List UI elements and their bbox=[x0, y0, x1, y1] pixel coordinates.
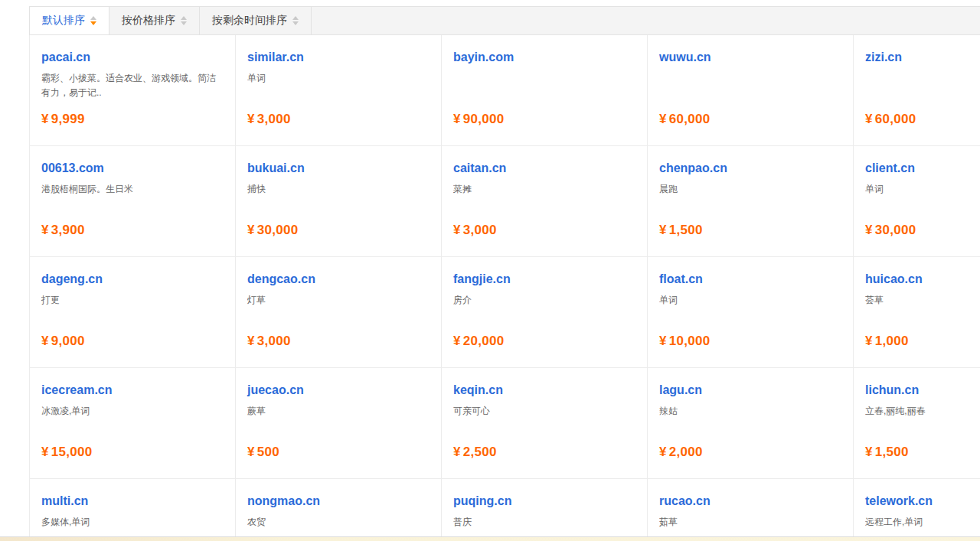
domain-link[interactable]: juecao.cn bbox=[247, 383, 430, 397]
domain-price: ¥2,500 bbox=[453, 445, 497, 460]
tab-time-left-sort-label: 按剩余时间排序 bbox=[212, 14, 287, 28]
yen-symbol: ¥ bbox=[865, 223, 873, 237]
domain-card: bayin.com ¥90,000 bbox=[442, 35, 648, 146]
yen-symbol: ¥ bbox=[865, 112, 873, 126]
domain-link[interactable]: fangjie.cn bbox=[453, 272, 636, 286]
price-amount: 3,000 bbox=[257, 334, 291, 348]
domain-link[interactable]: telework.cn bbox=[865, 494, 980, 508]
domain-price: ¥3,000 bbox=[453, 223, 497, 238]
domain-card: keqin.cn 可亲可心 ¥2,500 bbox=[442, 368, 648, 479]
domain-link[interactable]: nongmao.cn bbox=[247, 494, 430, 508]
domain-price: ¥90,000 bbox=[453, 112, 505, 127]
tab-time-left-sort[interactable]: 按剩余时间排序 bbox=[200, 7, 312, 34]
domain-description: 立春,丽纯,丽春 bbox=[865, 404, 980, 419]
domain-link[interactable]: chenpao.cn bbox=[659, 161, 842, 175]
sort-arrows-icon bbox=[90, 16, 96, 25]
tab-default-sort[interactable]: 默认排序 bbox=[30, 7, 109, 34]
yen-symbol: ¥ bbox=[247, 112, 255, 126]
price-amount: 90,000 bbox=[463, 112, 505, 126]
domain-link[interactable]: dengcao.cn bbox=[247, 272, 430, 286]
price-amount: 30,000 bbox=[875, 223, 916, 237]
domain-description: 单词 bbox=[247, 71, 430, 86]
domain-price: ¥3,000 bbox=[247, 334, 291, 349]
domain-description: 辣姑 bbox=[659, 404, 842, 419]
domain-card: client.cn 单词 ¥30,000 bbox=[854, 146, 980, 257]
price-amount: 15,000 bbox=[51, 445, 93, 459]
price-amount: 9,999 bbox=[51, 112, 85, 126]
price-amount: 10,000 bbox=[669, 334, 710, 348]
domain-description: 灯草 bbox=[247, 293, 430, 308]
domain-link[interactable]: icecream.cn bbox=[41, 383, 224, 397]
domain-card: lichun.cn 立春,丽纯,丽春 ¥1,500 bbox=[854, 368, 980, 479]
domain-price: ¥3,000 bbox=[247, 112, 291, 127]
domain-link[interactable]: bukuai.cn bbox=[247, 161, 430, 175]
domain-description: 蕨草 bbox=[247, 404, 430, 419]
yen-symbol: ¥ bbox=[659, 112, 667, 126]
domain-link[interactable]: zizi.cn bbox=[865, 51, 980, 64]
yen-symbol: ¥ bbox=[453, 334, 461, 348]
domain-link[interactable]: float.cn bbox=[659, 272, 842, 286]
domain-listing-grid: pacai.cn 霸彩、小拔菜。适合农业、游戏领域。简洁有力，易于记.. ¥9,… bbox=[29, 35, 980, 541]
domain-description: 霸彩、小拔菜。适合农业、游戏领域。简洁有力，易于记.. bbox=[41, 71, 224, 99]
domain-description: 茹草 bbox=[659, 515, 842, 530]
domain-link[interactable]: keqin.cn bbox=[453, 383, 636, 397]
domain-price: ¥20,000 bbox=[453, 334, 505, 349]
domain-description: 普庆 bbox=[453, 515, 636, 530]
domain-card: lagu.cn 辣姑 ¥2,000 bbox=[648, 368, 854, 479]
domain-card: similar.cn 单词 ¥3,000 bbox=[236, 35, 442, 146]
domain-description: 菜摊 bbox=[453, 182, 636, 197]
domain-link[interactable]: dageng.cn bbox=[41, 272, 224, 286]
price-amount: 30,000 bbox=[257, 223, 299, 237]
tab-price-sort[interactable]: 按价格排序 bbox=[109, 7, 200, 34]
yen-symbol: ¥ bbox=[659, 445, 667, 459]
domain-link[interactable]: puqing.cn bbox=[453, 494, 636, 508]
domain-card: caitan.cn 菜摊 ¥3,000 bbox=[442, 146, 648, 257]
domain-link[interactable]: 00613.com bbox=[41, 161, 224, 175]
price-amount: 20,000 bbox=[463, 334, 505, 348]
domain-card: dengcao.cn 灯草 ¥3,000 bbox=[236, 257, 442, 368]
domain-card: juecao.cn 蕨草 ¥500 bbox=[236, 368, 442, 479]
domain-card: 00613.com 港股梧桐国际。生日米 ¥3,900 bbox=[30, 146, 236, 257]
domain-card: wuwu.cn ¥60,000 bbox=[648, 35, 854, 146]
domain-price: ¥60,000 bbox=[659, 112, 710, 127]
domain-link[interactable]: lichun.cn bbox=[865, 383, 980, 397]
price-amount: 3,900 bbox=[51, 223, 85, 237]
yen-symbol: ¥ bbox=[41, 223, 49, 237]
domain-price: ¥10,000 bbox=[659, 334, 710, 349]
domain-description: 港股梧桐国际。生日米 bbox=[41, 182, 224, 197]
domain-card: pacai.cn 霸彩、小拔菜。适合农业、游戏领域。简洁有力，易于记.. ¥9,… bbox=[30, 35, 236, 146]
domain-link[interactable]: pacai.cn bbox=[41, 51, 224, 64]
domain-card: chenpao.cn 晨跑 ¥1,500 bbox=[648, 146, 854, 257]
domain-description: 单词 bbox=[865, 182, 980, 197]
domain-link[interactable]: lagu.cn bbox=[659, 383, 842, 397]
domain-description: 可亲可心 bbox=[453, 404, 636, 419]
domain-link[interactable]: huicao.cn bbox=[865, 272, 980, 286]
domain-price: ¥1,500 bbox=[865, 445, 909, 460]
domain-link[interactable]: wuwu.cn bbox=[659, 51, 842, 64]
domain-link[interactable]: client.cn bbox=[865, 161, 980, 175]
domain-price: ¥9,000 bbox=[41, 334, 85, 349]
price-amount: 3,000 bbox=[257, 112, 291, 126]
yen-symbol: ¥ bbox=[453, 223, 461, 237]
domain-price: ¥9,999 bbox=[41, 112, 85, 127]
domain-description: 单词 bbox=[659, 293, 842, 308]
domain-description: 远程工作,单词 bbox=[865, 515, 980, 530]
yen-symbol: ¥ bbox=[247, 223, 255, 237]
domain-description: 晨跑 bbox=[659, 182, 842, 197]
domain-description: 冰激凌,单词 bbox=[41, 404, 224, 419]
domain-description: 多媒体,单词 bbox=[41, 515, 224, 530]
domain-card: huicao.cn 荟草 ¥1,000 bbox=[854, 257, 980, 368]
domain-link[interactable]: similar.cn bbox=[247, 51, 430, 64]
sort-tabbar: 默认排序 按价格排序 按剩余时间排序 bbox=[29, 6, 980, 35]
domain-link[interactable]: multi.cn bbox=[41, 494, 224, 508]
price-amount: 60,000 bbox=[669, 112, 710, 126]
domain-link[interactable]: bayin.com bbox=[453, 51, 636, 64]
domain-card: icecream.cn 冰激凌,单词 ¥15,000 bbox=[30, 368, 236, 479]
domain-link[interactable]: caitan.cn bbox=[453, 161, 636, 175]
domain-description: 捕快 bbox=[247, 182, 430, 197]
domain-link[interactable]: rucao.cn bbox=[659, 494, 842, 508]
domain-price: ¥500 bbox=[247, 445, 279, 460]
sort-arrows-icon bbox=[181, 16, 187, 25]
yen-symbol: ¥ bbox=[41, 334, 49, 348]
sort-arrows-icon bbox=[292, 16, 299, 25]
